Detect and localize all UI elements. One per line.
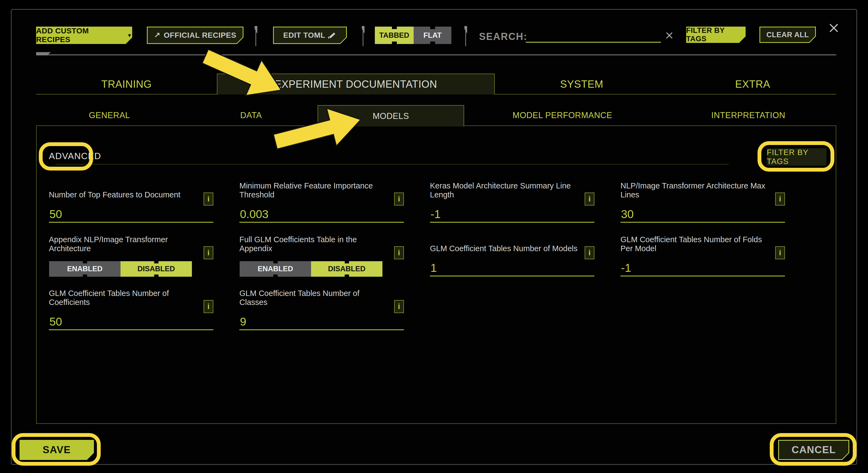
- tab-experiment-documentation-label: EXPERIMENT DOCUMENTATION: [275, 79, 437, 90]
- field-label: Number of Top Features to Document: [49, 190, 181, 200]
- field-value-input[interactable]: 9: [239, 315, 404, 330]
- toggle-enabled-option[interactable]: ENABLED: [49, 261, 121, 277]
- close-icon[interactable]: [828, 22, 840, 34]
- field-label: Full GLM Coefficients Table in the Appen…: [239, 235, 388, 253]
- panel-filter-by-tags-button[interactable]: FILTER BY TAGS: [767, 148, 827, 166]
- subtab-model-performance[interactable]: MODEL PERFORMANCE: [513, 105, 612, 125]
- flat-label: FLAT: [424, 31, 442, 40]
- enabled-disabled-toggle: ENABLED DISABLED: [239, 261, 383, 277]
- view-toggle-flat[interactable]: FLAT: [414, 27, 452, 44]
- field-glm-tables-num-folds: GLM Coefficient Tables Number of Folds P…: [620, 232, 785, 285]
- panel-filter-by-tags-label: FILTER BY TAGS: [767, 148, 827, 166]
- add-custom-recipes-label: ADD CUSTOM RECIPES: [36, 27, 124, 44]
- subtab-data[interactable]: DATA: [240, 105, 262, 125]
- field-value-input[interactable]: 0.003: [239, 208, 404, 223]
- field-glm-tables-num-classes: GLM Coefficient Tables Number of Classes…: [239, 285, 404, 339]
- toolbar-divider: [464, 26, 468, 47]
- add-custom-recipes-button[interactable]: ADD CUSTOM RECIPES ▼: [36, 27, 132, 44]
- expert-settings-dialog: ADD CUSTOM RECIPES ▼ ↗ OFFICIAL RECIPES …: [11, 9, 857, 465]
- tab-training[interactable]: TRAINING: [101, 74, 152, 94]
- filter-by-tags-label: FILTER BY TAGS: [686, 26, 746, 43]
- cancel-label: CANCEL: [792, 444, 836, 455]
- info-icon[interactable]: i: [775, 193, 785, 206]
- field-num-top-features: Number of Top Features to Document i 50: [49, 178, 213, 232]
- pencil-icon: [329, 31, 337, 39]
- field-label: GLM Coefficient Tables Number of Coeffic…: [49, 289, 197, 307]
- save-button[interactable]: SAVE: [20, 440, 94, 460]
- edit-toml-label: EDIT TOML: [283, 31, 326, 40]
- filter-by-tags-button[interactable]: FILTER BY TAGS: [686, 27, 746, 43]
- horizontal-scrollbar-track[interactable]: [36, 54, 836, 55]
- field-value-input[interactable]: -1: [430, 208, 594, 223]
- field-label: Appendix NLP/Image Transformer Architect…: [49, 235, 197, 253]
- field-value-input[interactable]: 50: [49, 208, 213, 223]
- field-label: GLM Coefficient Tables Number of Folds P…: [620, 235, 769, 253]
- field-label: GLM Coefficient Tables Number of Models: [430, 244, 578, 253]
- search-clear-icon[interactable]: [665, 31, 674, 40]
- official-recipes-button[interactable]: ↗ OFFICIAL RECIPES: [147, 27, 244, 44]
- field-label: GLM Coefficient Tables Number of Classes: [239, 289, 388, 307]
- toolbar-divider: [255, 26, 258, 47]
- subtab-interpretation[interactable]: INTERPRETATION: [711, 105, 785, 125]
- toggle-enabled-option[interactable]: ENABLED: [240, 261, 311, 277]
- info-icon[interactable]: i: [394, 300, 404, 313]
- field-appendix-nlp-transformer: Appendix NLP/Image Transformer Architect…: [49, 232, 213, 285]
- expert-settings-screen: { "colors": {"accent": "#b9c832", "accen…: [0, 0, 868, 473]
- field-label: Keras Model Architecture Summary Line Le…: [430, 181, 579, 200]
- info-icon[interactable]: i: [204, 300, 213, 313]
- field-full-glm-coefficients-table: Full GLM Coefficients Table in the Appen…: [239, 232, 404, 285]
- field-label: NLP/Image Transformer Architecture Max L…: [620, 181, 769, 200]
- clear-all-button[interactable]: CLEAR ALL: [760, 27, 816, 43]
- field-glm-tables-num-models: GLM Coefficient Tables Number of Models …: [430, 232, 594, 285]
- toggle-disabled-option[interactable]: DISABLED: [121, 261, 192, 277]
- field-nlp-transformer-max-lines: NLP/Image Transformer Architecture Max L…: [620, 178, 785, 232]
- save-label: SAVE: [42, 444, 71, 455]
- field-keras-summary-line-length: Keras Model Architecture Summary Line Le…: [430, 178, 594, 232]
- settings-fields-grid: Number of Top Features to Document i 50 …: [49, 178, 811, 339]
- field-value-input[interactable]: 30: [620, 208, 785, 223]
- field-min-relative-importance: Minimum Relative Feature Importance Thre…: [239, 178, 404, 232]
- cancel-button[interactable]: CANCEL: [778, 440, 849, 460]
- tabbed-label: TABBED: [379, 31, 409, 40]
- enabled-disabled-toggle: ENABLED DISABLED: [49, 261, 193, 277]
- info-icon[interactable]: i: [394, 193, 404, 206]
- search-label: SEARCH:: [479, 31, 527, 42]
- field-glm-tables-num-coefficients: GLM Coefficient Tables Number of Coeffic…: [49, 285, 213, 339]
- info-icon[interactable]: i: [585, 246, 594, 259]
- field-value-input[interactable]: 1: [430, 262, 594, 276]
- field-label: Minimum Relative Feature Importance Thre…: [239, 181, 388, 200]
- subtab-models-label: MODELS: [373, 111, 409, 121]
- chevron-down-icon: ▼: [127, 33, 132, 38]
- tab-system[interactable]: SYSTEM: [560, 74, 603, 94]
- settings-panel: ADVANCED FILTER BY TAGS Number of Top Fe…: [36, 125, 836, 424]
- subtab-models[interactable]: MODELS: [317, 105, 464, 126]
- info-icon[interactable]: i: [204, 193, 213, 206]
- view-toggle-tabbed[interactable]: TABBED: [375, 27, 414, 44]
- official-recipes-label: OFFICIAL RECIPES: [164, 31, 236, 40]
- subtab-general[interactable]: GENERAL: [89, 105, 130, 125]
- clear-all-label: CLEAR ALL: [767, 31, 809, 39]
- tab-experiment-documentation[interactable]: EXPERIMENT DOCUMENTATION: [217, 73, 495, 94]
- external-link-icon: ↗: [154, 31, 160, 39]
- edit-toml-button[interactable]: EDIT TOML: [273, 27, 347, 44]
- field-value-input[interactable]: -1: [620, 262, 785, 276]
- field-value-input[interactable]: 50: [49, 315, 213, 330]
- info-icon[interactable]: i: [775, 246, 785, 259]
- toggle-disabled-option[interactable]: DISABLED: [311, 261, 382, 277]
- info-icon[interactable]: i: [204, 246, 213, 259]
- search-input[interactable]: [526, 26, 661, 42]
- info-icon[interactable]: i: [585, 193, 594, 206]
- toolbar-divider: [362, 26, 366, 47]
- info-icon[interactable]: i: [394, 246, 404, 259]
- section-label-advanced: ADVANCED: [49, 151, 101, 161]
- section-divider: [56, 164, 729, 165]
- tab-extra[interactable]: EXTRA: [735, 74, 770, 94]
